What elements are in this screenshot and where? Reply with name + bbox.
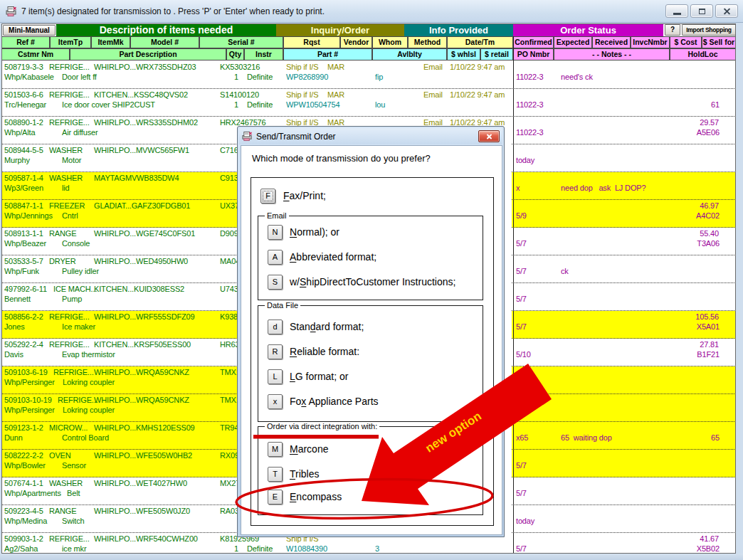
option-label: Fox Appliance Parts — [290, 396, 379, 407]
cell-text: 46.97 — [649, 201, 719, 210]
column-header: PO Nmbr — [513, 48, 554, 60]
grid-divider-line — [513, 36, 514, 554]
column-header: $ retail — [480, 48, 513, 60]
app-window: 7 item(s) designated for transmission to… — [0, 0, 743, 560]
column-header: $ Sell for — [702, 36, 736, 48]
cell-text: Belt — [67, 489, 80, 497]
cell-text: WHIRLPO...WFE505W0HB2 — [94, 451, 192, 460]
key-button-N[interactable]: N — [268, 225, 283, 240]
cell-text: 497992-6-11 — [4, 285, 47, 293]
cell-text: 11022-3 — [516, 128, 544, 137]
dialog-question: Which mode of transmission do you prefer… — [252, 153, 431, 164]
cell-text: need's ck — [561, 73, 593, 81]
cell-text: Console — [62, 239, 90, 248]
cell-text: lou — [375, 100, 385, 109]
cell-text: 1 — [224, 544, 238, 553]
key-button-R[interactable]: R — [268, 344, 283, 359]
cell-text: Sensor — [62, 461, 86, 470]
cell-text: today — [516, 517, 534, 525]
option-label: LG format; or — [290, 371, 348, 382]
cell-text: WHIRLPO...WET4027HW0 — [94, 479, 187, 487]
cell-text: W10884390 — [286, 544, 327, 553]
table-row[interactable]: 508719-3-3REFRIGE...WHIRLPO...WRX735SDHZ… — [1, 61, 736, 89]
cell-text: 508856-2-2 — [4, 312, 43, 321]
key-button-L[interactable]: L — [268, 369, 283, 384]
cell-text: REFRIGE... — [49, 118, 90, 127]
cell-text: WHIRLPO...WRF540CWHZ00 — [94, 534, 198, 543]
cell-text: Definite — [247, 544, 273, 553]
column-header: Vendor — [340, 36, 372, 48]
cell-text: Jones — [4, 322, 25, 331]
printer-document-icon — [242, 131, 253, 142]
cell-text: Evap thermistor — [62, 350, 115, 359]
cell-text: 11022-3 — [516, 73, 544, 81]
cell-text: WHIRLPO...WGE745C0FS01 — [94, 229, 195, 238]
key-button-T[interactable]: T — [268, 467, 283, 482]
cell-text: 11022-3 — [516, 100, 544, 109]
cell-text: REFRIGE... — [58, 396, 98, 404]
import-shopping-cart-button[interactable]: Import Shopping Cart — [682, 24, 736, 36]
help-button[interactable]: ? — [665, 24, 680, 36]
cell-text: WPW10504754 — [286, 100, 339, 109]
window-title: 7 item(s) designated for transmission to… — [21, 6, 325, 16]
cell-text: 5/10 — [516, 350, 531, 359]
cell-text: Definite — [247, 100, 273, 109]
column-header: Qty — [226, 48, 244, 60]
cell-text: 105.56 — [649, 312, 719, 321]
key-button-A[interactable]: A — [268, 250, 283, 265]
mini-manual-button[interactable]: Mini-Manual — [3, 25, 56, 36]
key-button-M[interactable]: M — [268, 442, 283, 457]
cell-text: 55.40 — [649, 229, 719, 238]
close-button[interactable] — [715, 4, 738, 18]
cell-text: KITCHEN...KRSF505ESS00 — [94, 340, 191, 349]
cell-text: RANGE — [49, 229, 76, 238]
cell-text: 1 — [224, 73, 238, 81]
cell-text: Email — [423, 63, 443, 71]
cell-text: 501503-6-6 — [4, 90, 43, 99]
cell-text: 5/7 — [516, 295, 527, 303]
cell-text: Whp/Medina — [4, 517, 47, 525]
minimize-button[interactable] — [665, 4, 688, 18]
cell-text: Ship if I/S — [286, 63, 318, 71]
cell-text: Control Board — [62, 433, 109, 442]
cell-text: Lokring coupler — [63, 406, 115, 414]
option-label: Tribles — [290, 468, 320, 480]
option-label: w/ShipDirectToCustomer Instructions; — [290, 276, 455, 287]
cell-text: Dunn — [4, 433, 23, 442]
column-header: Date/Tm — [447, 36, 513, 48]
header-order-status-group: Order Status — [513, 23, 663, 36]
key-button-S[interactable]: S — [268, 275, 283, 290]
cell-text: 5/7 — [516, 461, 527, 470]
key-button-F[interactable]: F — [260, 189, 275, 204]
cell-text: B1F21 — [649, 350, 720, 359]
send-transmit-order-dialog: Send/Transmit Order Which mode of transm… — [237, 126, 505, 537]
cell-text: 5/7 — [516, 544, 527, 553]
key-button-d[interactable]: d — [268, 319, 283, 334]
cell-text: A4C02 — [649, 211, 720, 220]
cell-text: Wp3/Green — [4, 184, 43, 192]
cell-text: OVEN — [49, 451, 71, 460]
cell-text: Ag2/Saha — [4, 544, 38, 553]
cell-text: 5/7 — [516, 322, 527, 331]
cell-text: WHIRLPO...WFE505W0JZ0 — [94, 507, 190, 515]
cell-text: 5/7 — [516, 489, 527, 497]
cell-text: Whp/Persinger — [4, 378, 55, 386]
cell-text: RANGE — [49, 507, 76, 515]
cell-text: 509103-6-19 — [4, 368, 48, 376]
cell-text: Whp/Jennings — [4, 211, 53, 220]
option-label: Reliable format: — [290, 346, 359, 357]
cell-text: 29.57 — [649, 118, 719, 127]
key-button-x[interactable]: x — [268, 394, 283, 409]
option-label: Abbreviated format; — [290, 251, 376, 263]
cell-text: Whp/Funk — [4, 267, 39, 275]
key-button-E[interactable]: E — [268, 490, 283, 504]
cell-text: 5/10 — [516, 378, 531, 386]
cell-text: X5B02 — [649, 544, 720, 553]
group-box-label: Order via direct integration with: — [265, 422, 379, 430]
column-header: Whom — [372, 36, 408, 48]
dialog-close-button[interactable] — [478, 130, 500, 142]
cell-text: x — [516, 184, 520, 192]
column-header: Cstmr Nm — [1, 48, 70, 60]
table-row[interactable]: 501503-6-6REFRIGE...KITCHEN...KSSC48QVS0… — [1, 89, 736, 117]
restore-button[interactable] — [690, 4, 713, 18]
